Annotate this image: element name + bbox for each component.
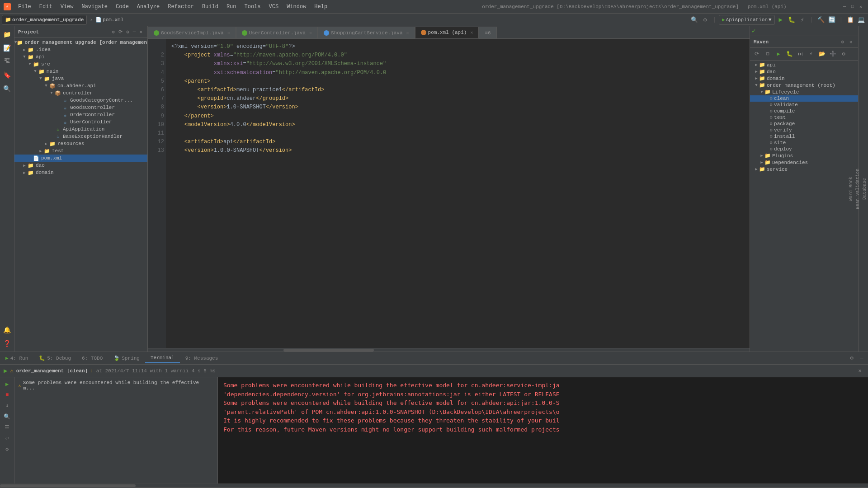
maven-run-btn[interactable]: ▶ [774, 49, 783, 59]
menu-view[interactable]: View [57, 3, 77, 11]
menu-run[interactable]: Run [223, 3, 240, 11]
run-settings-btn[interactable]: ⚙ [847, 354, 856, 363]
run-button[interactable]: ▶ [776, 15, 786, 25]
run-entry-1[interactable]: ⚠ Some problems were encountered while b… [16, 379, 216, 392]
maven-domain[interactable]: ▶ 📁 domain [750, 75, 858, 82]
maven-dao[interactable]: ▶ 📁 dao [750, 68, 858, 75]
git-btn[interactable]: 📋 [845, 15, 855, 25]
settings-btn[interactable]: ⚙ [700, 15, 710, 25]
tree-main[interactable]: ▼ 📁 main [14, 68, 147, 75]
tree-api-app[interactable]: ☕ ApiApplication [14, 126, 147, 133]
run-tab-5[interactable]: 🐛 5: Debug [33, 353, 76, 363]
menu-window[interactable]: Window [283, 3, 310, 11]
search-everywhere-btn[interactable]: 🔍 [689, 15, 699, 25]
tree-goods-ctrl[interactable]: ☕ GoodsController [14, 104, 147, 111]
run-search-btn[interactable]: 🔍 [2, 412, 12, 422]
maven-test[interactable]: ⚙ test [750, 114, 858, 121]
maven-compile[interactable]: ⚙ compile [750, 108, 858, 114]
close-button[interactable]: ✕ [857, 3, 864, 10]
run-restart-btn[interactable]: ▶ [2, 379, 12, 389]
maven-settings-btn[interactable]: ⚙ [839, 38, 846, 46]
tree-base-exc[interactable]: ☕ BaseExceptionHandler [14, 133, 147, 140]
run-filter-btn[interactable]: ☰ [2, 422, 12, 432]
tab-goods-service-close[interactable]: ✕ [227, 30, 230, 36]
tree-domain[interactable]: ▶ 📁 domain [14, 169, 147, 176]
maven-service[interactable]: ▶ 📁 service [750, 166, 858, 173]
tab-user-ctrl-close[interactable]: ✕ [309, 30, 312, 36]
more-run-btn[interactable]: ⚡ [797, 15, 807, 25]
maven-add-btn[interactable]: ➕ [828, 49, 838, 59]
bean-validation-label[interactable]: Bean Validation [854, 165, 861, 213]
word-book-label[interactable]: Word Book [848, 173, 854, 205]
run-scroll-end-btn[interactable]: ⬇ [2, 401, 12, 411]
tab-overflow[interactable]: ≡6 [479, 27, 496, 38]
tree-order-ctrl[interactable]: ☕ OrderController [14, 111, 147, 118]
maven-refresh-btn[interactable]: ⟳ [752, 49, 762, 59]
editor-hscroll[interactable] [148, 348, 750, 352]
run-play-btn[interactable]: ▶ [4, 367, 7, 375]
menu-refactor[interactable]: Refactor [164, 3, 198, 11]
structure-tool-btn[interactable]: 🏗 [1, 55, 14, 68]
project-tool-btn[interactable]: 📁 [1, 28, 14, 41]
menu-tools[interactable]: Tools [241, 3, 264, 11]
bookmarks-tool-btn[interactable]: 🔖 [1, 69, 14, 81]
tab-shopping[interactable]: ShoppingCartService.java ✕ [318, 27, 415, 38]
code-editor[interactable]: <?xml version="1.0" encoding="UTF-8"?> <… [166, 39, 750, 348]
find-tool-btn[interactable]: 🔍 [1, 82, 14, 95]
maven-open-btn[interactable]: 📂 [817, 49, 827, 59]
tree-resources[interactable]: ▶ 📁 resources [14, 140, 147, 147]
tree-controller[interactable]: ▼ 📦 controller [14, 89, 147, 97]
menu-analyze[interactable]: Analyze [133, 3, 163, 11]
tree-package-api[interactable]: ▼ 📦 cn.ahdeer.api [14, 82, 147, 89]
maven-deploy[interactable]: ⚙ deploy [750, 146, 858, 152]
run-minimize-btn[interactable]: — [857, 354, 866, 363]
maven-api[interactable]: ▶ 📁 api [750, 61, 858, 68]
maven-debug-btn[interactable]: 🐛 [784, 49, 794, 59]
maven-order-mgmt[interactable]: ▼ 📁 order_management (root) [750, 82, 858, 89]
maven-package[interactable]: ⚙ package [750, 121, 858, 127]
run-output[interactable]: Some problems were encountered while bui… [218, 377, 868, 483]
output-hscroll[interactable] [0, 483, 868, 487]
maven-close-btn[interactable]: ✕ [847, 38, 854, 46]
maximize-button[interactable]: □ [849, 3, 856, 10]
project-action-close[interactable]: ✕ [138, 28, 144, 35]
menu-navigate[interactable]: Navigate [78, 3, 111, 11]
menu-build[interactable]: Build [198, 3, 222, 11]
tree-java[interactable]: ▼ 📁 java [14, 75, 147, 82]
tree-goods-cat[interactable]: ☕ GoodsCategoryContr... [14, 97, 147, 104]
tree-pom[interactable]: 📄 pom.xml [14, 155, 147, 162]
project-action-settings[interactable]: ⚙ [125, 28, 131, 35]
maven-validate[interactable]: ⚙ validate [750, 102, 858, 108]
tree-idea[interactable]: ▶ 📁 .idea [14, 46, 147, 53]
database-tool-label[interactable]: Database [861, 174, 868, 203]
tab-shopping-close[interactable]: ✕ [406, 30, 409, 36]
maven-deps[interactable]: ▶ 📁 Dependencies [750, 159, 858, 166]
tab-user-ctrl[interactable]: UserController.java ✕ [236, 27, 318, 38]
help-btn[interactable]: ❓ [1, 337, 14, 350]
tab-pom-close[interactable]: ✕ [470, 30, 473, 35]
tab-goods-service[interactable]: GoodsServiceImpl.java ✕ [148, 27, 236, 38]
menu-file[interactable]: File [14, 3, 35, 11]
debug-button[interactable]: 🐛 [787, 15, 797, 25]
maven-skip-btn[interactable]: ⏭ [795, 49, 805, 59]
maven-lifecycle[interactable]: ▼ 📁 Lifecycle [750, 89, 858, 95]
commit-tool-btn[interactable]: 📝 [1, 42, 14, 54]
tree-test[interactable]: ▶ 📁 test [14, 147, 147, 155]
maven-verify[interactable]: ⚙ verify [750, 127, 858, 133]
run-soft-wrap-btn[interactable]: ⏎ [2, 433, 12, 443]
maven-collapse-btn[interactable]: ⊟ [763, 49, 773, 59]
tree-src[interactable]: ▼ 📁 src [14, 61, 147, 68]
tree-dao[interactable]: ▶ 📁 dao [14, 162, 147, 169]
maven-install[interactable]: ⚙ install [750, 133, 858, 140]
menu-help[interactable]: Help [311, 3, 331, 11]
run-tab-terminal[interactable]: Terminal [145, 353, 180, 363]
tree-api[interactable]: ▼ 📁 api [14, 53, 147, 61]
menu-code[interactable]: Code [112, 3, 132, 11]
minimize-button[interactable]: — [841, 3, 848, 10]
project-action-collapse[interactable]: — [132, 28, 137, 35]
tree-user-ctrl[interactable]: ☕ UserController [14, 118, 147, 126]
maven-clean[interactable]: ⚙ clean [750, 95, 858, 102]
update-btn[interactable]: 🔄 [827, 15, 837, 25]
maven-site[interactable]: ⚙ site [750, 140, 858, 146]
project-action-new[interactable]: ⊕ [111, 28, 117, 35]
